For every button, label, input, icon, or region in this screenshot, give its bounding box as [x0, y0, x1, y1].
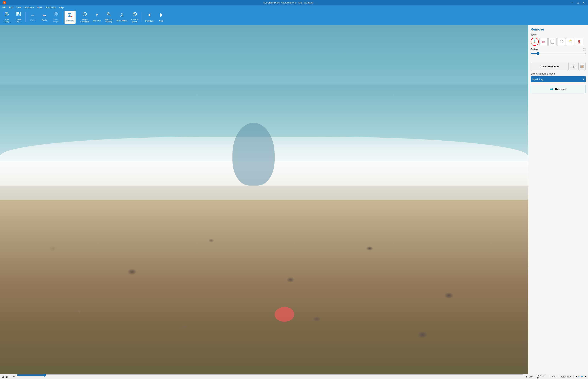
load-selection-icon — [580, 64, 584, 68]
previous-button[interactable]: Previous — [144, 11, 155, 24]
facebook-icon[interactable]: f — [578, 376, 579, 378]
menu-bar: File Edit View Selection Tools SoftOrbit… — [0, 5, 588, 10]
radius-label: Radius — [531, 48, 538, 51]
save-as-button[interactable]: Save as... — [13, 11, 24, 24]
image-correction-button[interactable]: Image Correction — [79, 11, 91, 24]
toolbar: Add File(s)... Save as... ↩ Undo ↪ Redo … — [0, 10, 588, 25]
minimize-button[interactable]: ─ — [570, 1, 575, 5]
youtube-icon[interactable]: ▶ — [585, 375, 587, 378]
zoom-in-button[interactable]: + — [525, 375, 527, 379]
title-bar: S SoftOrbits Photo Retoucher Pro - IMG_1… — [0, 0, 588, 5]
next-icon — [158, 12, 164, 19]
save-selection-icon — [572, 64, 575, 68]
save-selection-button[interactable] — [570, 63, 577, 70]
denoise-button[interactable]: Denoise — [92, 11, 102, 24]
colorize-button[interactable]: Colorize photo — [130, 11, 140, 24]
discard-button[interactable]: Discard image — [50, 11, 61, 24]
clear-selection-button[interactable]: Clear Selection — [531, 63, 569, 70]
time-label: Time (s): 0.6 — [537, 374, 547, 379]
svg-rect-2 — [5, 12, 8, 16]
add-files-label: Add File(s)... — [3, 18, 10, 23]
tools-row — [531, 38, 586, 46]
radius-value: 12 — [583, 48, 586, 51]
retouching-button[interactable]: Retouching — [115, 11, 129, 24]
mode-select[interactable]: Inpainting Content-Aware Fill Clone — [531, 76, 586, 82]
lasso-button[interactable] — [557, 38, 565, 46]
menu-edit[interactable]: Edit — [8, 6, 15, 9]
redo-label: Redo — [42, 19, 47, 21]
remove-button[interactable]: Remove — [65, 11, 76, 24]
discard-icon — [53, 12, 58, 17]
svg-marker-26 — [160, 13, 162, 17]
colorize-label: Colorize photo — [131, 18, 139, 23]
redo-button[interactable]: ↪ Redo — [39, 11, 50, 24]
frame-button[interactable]: ⊞ — [5, 375, 8, 378]
reduce-blurring-button[interactable]: Reduce blurring — [103, 11, 114, 24]
svg-rect-43 — [579, 42, 580, 43]
main-area: Remove Tools — [0, 25, 588, 374]
menu-file[interactable]: File — [1, 6, 8, 9]
magic-wand-icon — [568, 39, 572, 44]
svg-text:S: S — [3, 1, 5, 4]
tools-label: Tools — [531, 33, 586, 36]
rect-select-button[interactable] — [548, 38, 556, 46]
menu-selection[interactable]: Selection — [23, 6, 35, 9]
menu-view[interactable]: View — [15, 6, 23, 9]
eraser-icon — [541, 39, 546, 44]
add-files-icon — [4, 12, 9, 18]
zoom-out-button[interactable]: − — [13, 375, 15, 379]
previous-label: Previous — [145, 20, 153, 22]
redo-icon: ↪ — [43, 13, 46, 18]
undo-label: Undo — [30, 19, 35, 21]
svg-line-31 — [544, 41, 545, 42]
discard-label: Discard image — [52, 18, 59, 23]
menu-help[interactable]: Help — [57, 6, 65, 9]
lasso-icon — [559, 39, 564, 44]
brush-tool-button[interactable] — [531, 38, 539, 46]
menu-softorbits[interactable]: SoftOrbits — [44, 6, 57, 9]
fit-to-window-button[interactable]: ⊡ — [1, 375, 4, 378]
radius-row: Radius 12 — [531, 48, 586, 51]
retouching-label: Retouching — [116, 19, 127, 22]
magic-wand-button[interactable] — [566, 38, 574, 46]
photo-canvas[interactable] — [0, 25, 528, 374]
svg-line-33 — [570, 42, 572, 43]
remove-action-button[interactable]: ⇒ Remove — [531, 85, 586, 93]
load-selection-button[interactable] — [578, 63, 586, 70]
svg-line-20 — [109, 15, 110, 16]
denoise-icon — [95, 13, 99, 19]
next-label: Next — [159, 20, 163, 22]
save-icon — [16, 12, 21, 18]
undo-button[interactable]: ↩ Undo — [27, 11, 38, 24]
colorize-icon — [132, 12, 137, 18]
svg-point-41 — [578, 40, 580, 42]
svg-point-23 — [121, 14, 123, 16]
close-button[interactable]: ✕ — [581, 1, 587, 5]
right-panel: Remove Tools — [528, 25, 588, 374]
menu-tools[interactable]: Tools — [35, 6, 44, 9]
svg-rect-32 — [551, 40, 554, 44]
svg-rect-50 — [581, 65, 583, 66]
eraser-tool-button[interactable] — [539, 38, 548, 46]
next-button[interactable]: Next — [156, 11, 166, 24]
info-icon[interactable]: ℹ — [576, 375, 577, 378]
canvas-area[interactable] — [0, 25, 528, 374]
svg-rect-9 — [17, 14, 20, 16]
svg-line-39 — [569, 40, 570, 41]
mode-select-wrapper: Inpainting Content-Aware Fill Clone ▼ — [531, 76, 586, 82]
mode-label: Object Removing Mode — [531, 72, 586, 75]
svg-line-40 — [571, 40, 572, 41]
retouching-icon — [119, 13, 124, 19]
reduce-blurring-icon — [106, 12, 111, 18]
denoise-label: Denoise — [93, 19, 101, 22]
brush-icon — [532, 39, 537, 44]
maximize-button[interactable]: □ — [576, 1, 580, 5]
radius-slider[interactable] — [531, 52, 586, 55]
app-logo: S — [1, 0, 7, 5]
clear-selection-row: Clear Selection — [531, 63, 586, 70]
twitter-icon[interactable]: 🐦 — [581, 375, 583, 378]
stamp-button[interactable] — [575, 38, 583, 46]
image-correction-icon — [82, 12, 87, 18]
add-files-button[interactable]: Add File(s)... — [1, 11, 12, 24]
reduce-blurring-label: Reduce blurring — [105, 18, 112, 23]
